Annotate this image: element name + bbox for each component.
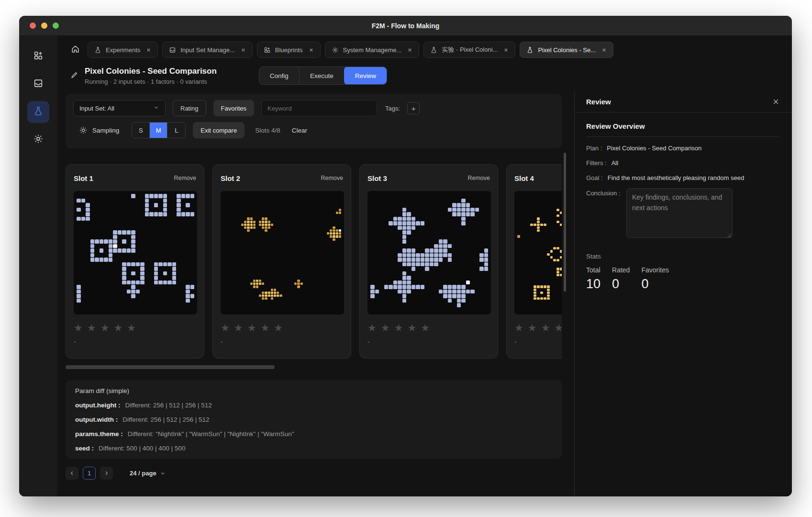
keyword-input[interactable] — [261, 100, 377, 116]
close-icon[interactable] — [309, 47, 314, 53]
star-icon[interactable]: ★ — [421, 322, 430, 334]
size-s-button[interactable]: S — [132, 123, 150, 138]
exit-compare-button[interactable]: Exit compare — [193, 122, 245, 138]
star-rating[interactable]: ★★★★★ — [74, 322, 196, 334]
param-value: Different: 500 | 400 | 400 | 500 — [99, 445, 185, 452]
filters-label: Filters : — [586, 159, 607, 167]
star-icon[interactable]: ★ — [528, 322, 537, 334]
star-rating[interactable]: ★★★★★ — [221, 322, 343, 334]
slot-image[interactable] — [221, 191, 344, 315]
clear-button[interactable]: Clear — [292, 127, 307, 134]
close-icon[interactable] — [241, 47, 246, 53]
star-icon[interactable]: ★ — [407, 322, 416, 334]
tab-input-set-management[interactable]: Input Set Manage... — [162, 42, 252, 58]
close-panel-button[interactable] — [772, 98, 779, 105]
star-icon[interactable]: ★ — [274, 322, 283, 334]
star-icon[interactable]: ★ — [74, 322, 83, 334]
slot-image[interactable] — [74, 191, 197, 315]
pencil-icon — [70, 71, 78, 81]
close-icon[interactable] — [146, 47, 151, 53]
config-tab[interactable]: Config — [259, 67, 300, 84]
vertical-scrollbar-thumb[interactable] — [564, 153, 566, 292]
filters-value: All — [612, 159, 618, 167]
slot-image[interactable] — [367, 191, 491, 315]
star-icon[interactable]: ★ — [127, 322, 136, 334]
flask-icon — [33, 106, 44, 118]
tab-system-management[interactable]: System Manageme... — [325, 42, 420, 58]
inbox-icon — [169, 46, 176, 54]
param-diff-row: output.height :Different: 256 | 512 | 25… — [75, 402, 552, 409]
star-icon[interactable]: ★ — [394, 322, 403, 334]
star-icon[interactable]: ★ — [221, 322, 230, 334]
page-header: Pixel Colonies - Seed Comparison Running… — [57, 60, 792, 91]
divider — [586, 136, 779, 137]
execute-tab[interactable]: Execute — [300, 67, 345, 84]
plan-field: Plan : Pixel Colonies - Seed Comparison — [586, 145, 779, 152]
slot-image[interactable] — [514, 191, 562, 315]
sidebar — [19, 36, 57, 496]
close-icon[interactable] — [503, 47, 509, 53]
remove-slot-button[interactable]: Remove — [174, 175, 196, 181]
title-bar: F2M - Flow to Making — [19, 16, 792, 36]
tab-blueprints[interactable]: Blueprints — [257, 42, 321, 58]
param-diff-row: seed :Different: 500 | 400 | 400 | 500 — [75, 445, 552, 452]
star-icon[interactable]: ★ — [381, 322, 390, 334]
star-icon[interactable]: ★ — [100, 322, 110, 334]
star-icon[interactable]: ★ — [260, 322, 269, 334]
star-rating[interactable]: ★★★★★ — [514, 322, 562, 334]
size-m-button[interactable]: M — [150, 123, 167, 138]
sidebar-item-input-sets[interactable] — [27, 73, 49, 95]
plan-label: Plan : — [586, 145, 602, 152]
param-key: params.theme : — [75, 430, 123, 438]
star-icon[interactable]: ★ — [234, 322, 243, 334]
star-icon[interactable]: ★ — [367, 322, 377, 334]
slot-title: Slot 1 — [74, 174, 93, 182]
page-number-button[interactable]: 1 — [83, 467, 96, 480]
tab-label: Input Set Manage... — [180, 46, 234, 54]
chevron-down-icon — [153, 104, 159, 112]
slot-card-3: Slot 3 Remove ★★★★★ - — [359, 164, 498, 359]
star-icon[interactable]: ★ — [247, 322, 256, 334]
review-tab[interactable]: Review — [344, 67, 387, 85]
favorites-filter-button[interactable]: Favorites — [213, 100, 254, 116]
star-icon[interactable]: ★ — [113, 322, 122, 334]
remove-slot-button[interactable]: Remove — [321, 175, 343, 181]
size-l-button[interactable]: L — [167, 123, 185, 138]
slots-count-label: Slots 4/8 — [255, 127, 280, 134]
tab-pixel-colonies-seed[interactable]: Pixel Colonies - Se... — [520, 42, 613, 58]
add-tag-button[interactable]: + — [407, 102, 420, 114]
next-page-button[interactable] — [100, 467, 113, 480]
prev-page-button[interactable] — [66, 467, 78, 480]
sampling-label: Sampling — [92, 127, 119, 134]
blocks-plus-icon — [264, 46, 271, 54]
star-icon[interactable]: ★ — [514, 322, 523, 334]
close-icon[interactable] — [407, 47, 412, 53]
conclusion-textarea[interactable] — [626, 188, 733, 238]
gear-icon — [79, 126, 88, 135]
page-size-select[interactable]: 24 / page — [130, 470, 166, 477]
inbox-icon — [33, 78, 44, 90]
review-panel: Review Review Overview Plan : Pixel Colo… — [574, 91, 792, 496]
sidebar-item-blueprints[interactable] — [27, 45, 49, 67]
sidebar-item-experiments[interactable] — [27, 101, 49, 123]
horizontal-scrollbar-thumb[interactable] — [66, 365, 275, 369]
star-icon[interactable]: ★ — [541, 322, 550, 334]
filter-panel: Input Set: All Rating Favorites Tags: + … — [66, 94, 562, 148]
star-icon[interactable]: ★ — [554, 322, 562, 334]
star-rating[interactable]: ★★★★★ — [367, 322, 490, 334]
review-main-column: Input Set: All Rating Favorites Tags: + … — [66, 91, 562, 496]
slot-card-2: Slot 2 Remove ★★★★★ - — [212, 164, 351, 359]
input-set-select[interactable]: Input Set: All — [73, 100, 166, 116]
param-key: output.height : — [75, 402, 120, 409]
tab-label: Experiments — [106, 46, 140, 54]
sidebar-item-settings[interactable] — [27, 129, 49, 151]
rating-filter-button[interactable]: Rating — [173, 100, 206, 116]
remove-slot-button[interactable]: Remove — [467, 175, 490, 181]
tab-label: 实验 · Pixel Coloni... — [442, 45, 498, 54]
star-icon[interactable]: ★ — [87, 322, 96, 334]
home-button[interactable] — [67, 42, 83, 58]
stat-value-favorites: 0 — [641, 277, 669, 292]
tab-experiments[interactable]: Experiments — [88, 42, 158, 58]
tab-experiment-pixel-colonies-cn[interactable]: 实验 · Pixel Coloni... — [423, 42, 515, 58]
close-icon[interactable] — [601, 47, 607, 53]
